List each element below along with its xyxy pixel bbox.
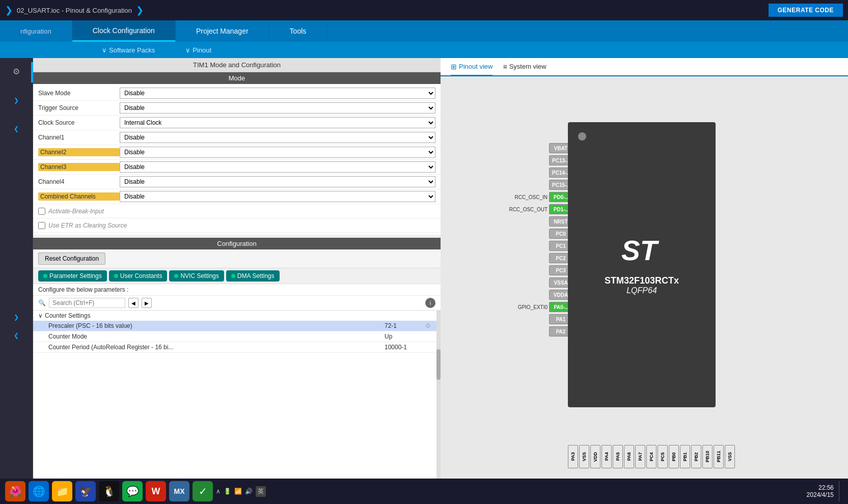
system-view-icon: ≡ [503,63,507,71]
taskbar-app-mx[interactable]: MX [169,481,189,501]
taskbar-show-desktop[interactable] [839,481,843,501]
sidebar-expand-bottom[interactable]: ❯ [14,314,19,321]
pin-nrst: NRST [507,216,572,227]
dot-parameter-settings [43,274,47,278]
pinbox-pc4[interactable]: PC4 [646,445,656,468]
form-row-channel2: Channel2 Disable [33,145,441,160]
pinbox-pb2[interactable]: PB2 [691,445,701,468]
search-icon: 🔍 [38,299,46,306]
pinbox-pa5[interactable]: PA5 [613,445,623,468]
checkbox-activate-break[interactable] [38,208,45,215]
label-rcc-osc-out: RCC_OSC_OUT [507,207,548,212]
params-label: Configure the below parameters : [33,284,441,296]
select-combined-channels[interactable]: Disable [120,191,435,202]
sidebar-collapse-bottom[interactable]: ❮ [14,332,19,339]
label-trigger-source: Trigger Source [38,104,120,111]
pinbox-vdd[interactable]: VDD [590,445,600,468]
info-icon[interactable]: i [425,298,435,308]
taskbar-app-w[interactable]: W [146,481,166,501]
view-tabs: ⊞ Pinout view ≡ System view [441,58,848,76]
sidebar-collapse-left[interactable]: ❮ [14,125,19,132]
config-tab-dma-settings[interactable]: DMA Settings [226,270,280,282]
main-tab-bar: nfiguration Clock Configuration Project … [0,20,848,42]
subtab-pinout[interactable]: ∨ Pinout [185,46,211,54]
pinbox-pb10[interactable]: PB10 [702,445,713,468]
form-row-slave-mode: Slave Mode Disable [33,86,441,101]
param-row-prescaler[interactable]: Prescaler (PSC - 16 bits value) 72-1 ⚙ [33,321,441,331]
panel-title: TIM1 Mode and Configuration [33,58,441,72]
tab-pinout-view[interactable]: ⊞ Pinout view [451,59,493,76]
pin-pa1: PA1 [507,314,572,325]
param-icon-prescaler: ⚙ [425,322,435,329]
select-channel2[interactable]: Disable [120,147,435,158]
taskbar-app-flower[interactable]: 🌺 [5,481,25,501]
tab-project-manager[interactable]: Project Manager [176,20,269,42]
sidebar-settings-icon[interactable]: ⚙ [7,62,25,80]
config-tab-nvic-settings[interactable]: NVIC Settings [169,270,224,282]
select-trigger-source[interactable]: Disable [120,102,435,114]
left-pins: VBAT PC13-.. PC14-.. PC15-.. [507,143,572,337]
taskbar-icon-sound: 🔊 [245,488,253,495]
pinbox-pb1[interactable]: PB1 [680,445,690,468]
pinbox-pc5[interactable]: PC5 [658,445,668,468]
param-name-counter-period: Counter Period (AutoReload Register - 16… [48,344,385,351]
tab-tools[interactable]: Tools [269,20,327,42]
prev-search-button[interactable]: ◀ [128,298,139,308]
taskbar-icon-battery: 🔋 [224,488,231,495]
reset-configuration-button[interactable]: Reset Configuration [38,253,105,265]
param-row-counter-period[interactable]: Counter Period (AutoReload Register - 16… [33,342,441,353]
select-slave-mode[interactable]: Disable [120,88,435,99]
pinbox-pb0[interactable]: PB0 [669,445,679,468]
tab-configuration[interactable]: nfiguration [0,20,72,42]
taskbar-app-check[interactable]: ✓ [193,481,213,501]
param-row-counter-mode[interactable]: Counter Mode Up [33,331,441,342]
chip-package: LQFP64 [626,286,657,295]
left-sidebar: ⚙ ❯ ❮ ❯ ❮ [0,58,33,504]
pinbox-pb11[interactable]: PB11 [714,445,724,468]
pinbox-pa4[interactable]: PA4 [601,445,612,468]
pin-col-pb2: PB2 [691,445,701,468]
pinbox-vss2[interactable]: VSS [725,445,735,468]
select-channel3[interactable]: Disable [120,161,435,173]
select-channel4[interactable]: Disable [120,176,435,187]
counter-settings-header[interactable]: ∨ Counter Settings [33,311,441,321]
top-bar: ❯ 02_USART.ioc - Pinout & Configuration … [0,0,848,20]
subtab-software-packs[interactable]: ∨ Software Packs [102,46,155,54]
checkbox-use-etr[interactable] [38,222,45,229]
taskbar-system-icons: ∧ 🔋 📶 🔊 英 [216,486,266,497]
select-channel1[interactable]: Disable [120,132,435,143]
pinbox-pa6[interactable]: PA6 [624,445,634,468]
param-name-counter-mode: Counter Mode [48,333,385,340]
pinbox-vss[interactable]: VSS [579,445,589,468]
taskbar-app-penguin[interactable]: 🐧 [99,481,119,501]
taskbar-app-explorer[interactable]: 📁 [52,481,72,501]
taskbar-app-chat[interactable]: 💬 [122,481,143,501]
generate-code-button[interactable]: GENERATE CODE [769,4,843,17]
search-bar: 🔍 ◀ ▶ i [33,296,441,311]
pinbox-pa3[interactable]: PA3 [568,445,578,468]
param-value-counter-mode: Up [385,333,425,340]
tab-clock-configuration[interactable]: Clock Configuration [72,20,176,42]
taskbar-app-eagle[interactable]: 🦅 [75,481,96,501]
tab-system-view[interactable]: ≡ System view [503,59,546,76]
pin-col-pa5: PA5 [613,445,623,468]
label-slave-mode: Slave Mode [38,90,120,97]
select-clock-source[interactable]: Internal Clock [120,117,435,128]
chip-visualization-area: VBAT PC13-.. PC14-.. PC15-.. [441,76,848,504]
config-tab-user-constants[interactable]: User Constants [109,270,168,282]
label-use-etr: Use ETR as Clearing Source [48,222,127,229]
params-area: ∨ Counter Settings Prescaler (PSC - 16 b… [33,311,441,504]
taskbar-system-tray: ∧ [216,488,221,495]
pin-col-pb0: PB0 [669,445,679,468]
label-combined-channels: Combined Channels [38,192,120,201]
next-search-button[interactable]: ▶ [142,298,152,308]
scrollbar-thumb[interactable] [436,349,441,380]
dot-user-constants [114,274,118,278]
taskbar-app-edge[interactable]: 🌐 [29,481,49,501]
pin-pc2: PC2 [507,253,572,264]
sidebar-expand-left[interactable]: ❯ [14,97,19,104]
config-tab-parameter-settings[interactable]: Parameter Settings [38,270,107,282]
search-input[interactable] [49,298,125,308]
form-row-channel3: Channel3 Disable [33,160,441,175]
pinbox-pa7[interactable]: PA7 [635,445,645,468]
